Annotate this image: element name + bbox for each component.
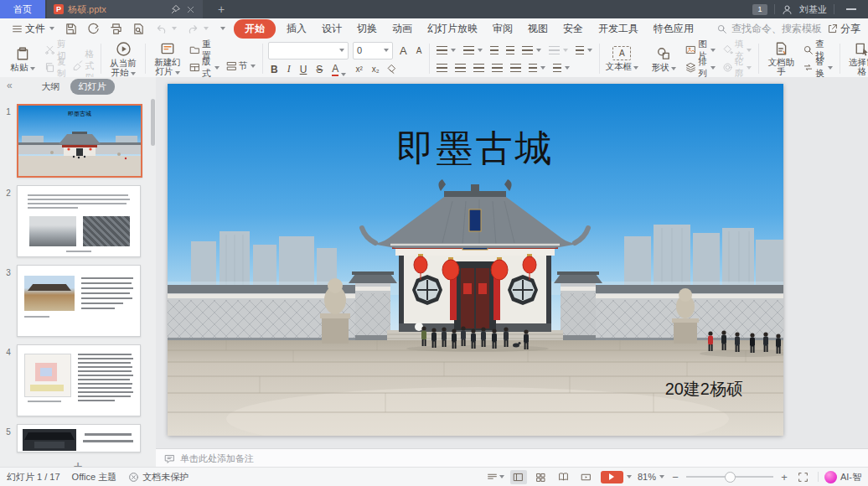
protection-status[interactable]: 文档未保护 — [128, 471, 189, 483]
print-preview-button[interactable] — [127, 23, 150, 35]
underline-button[interactable]: U — [297, 64, 310, 75]
tab-security[interactable]: 安全 — [555, 19, 591, 39]
play-from-current-button[interactable]: 从当前开始 — [106, 41, 140, 76]
reset-button[interactable]: 重置 — [188, 43, 221, 57]
superscript-button[interactable]: x² — [353, 65, 364, 74]
shapes-button[interactable]: 形状 — [647, 41, 680, 76]
replace-button[interactable]: 替换 — [801, 60, 834, 75]
new-tab-button[interactable]: + — [213, 3, 230, 16]
zoom-slider-knob[interactable] — [725, 472, 736, 483]
tab-animation[interactable]: 动画 — [385, 19, 420, 39]
numbered-list-button[interactable] — [462, 43, 484, 57]
increase-indent-button[interactable] — [504, 43, 516, 57]
print-button[interactable] — [105, 23, 127, 35]
tab-home-ribbon[interactable]: 开始 — [234, 19, 276, 39]
format-painter-button[interactable]: 格式刷 — [71, 59, 96, 73]
outline-tab[interactable]: 大纲 — [42, 80, 60, 93]
align-center-button[interactable] — [453, 60, 468, 75]
tab-design[interactable]: 设计 — [314, 19, 349, 39]
close-tab-icon[interactable] — [185, 4, 196, 15]
align-left-button[interactable] — [435, 60, 449, 75]
font-size-combo[interactable]: 0 — [353, 42, 393, 59]
font-color-button[interactable]: A — [329, 63, 349, 76]
slideshow-play-button[interactable] — [601, 471, 632, 483]
tab-review[interactable]: 审阅 — [485, 19, 520, 39]
slide-thumbnail-1[interactable]: 即墨古城 — [17, 104, 142, 178]
normal-view-button[interactable] — [510, 470, 527, 484]
distribute-button[interactable] — [509, 60, 523, 75]
tab-insert[interactable]: 插入 — [279, 19, 314, 39]
notes-bar[interactable]: 单击此处添加备注 — [156, 448, 868, 468]
presenter-view-button[interactable] — [578, 470, 595, 484]
increase-font-button[interactable]: A — [397, 44, 410, 57]
line-spacing-button[interactable] — [520, 43, 543, 57]
font-family-combo[interactable] — [268, 42, 349, 59]
undo-button[interactable] — [150, 23, 182, 35]
cut-button[interactable]: 剪切 — [43, 43, 68, 57]
slide-author-text[interactable]: 20建2杨硕 — [665, 378, 743, 401]
document-tab[interactable]: P 杨硕.pptx — [47, 0, 203, 18]
reading-view-button[interactable] — [555, 470, 572, 484]
paste-button[interactable]: 粘贴 — [6, 41, 39, 76]
slide-thumbnail-5[interactable] — [17, 424, 141, 452]
slide-title[interactable]: 即墨古城 — [168, 124, 783, 173]
slide-thumbnail-2[interactable] — [17, 185, 141, 257]
bullet-list-button[interactable] — [435, 43, 457, 57]
slides-tab[interactable]: 幻灯片 — [70, 79, 115, 95]
align-right-button[interactable] — [472, 60, 486, 75]
bold-button[interactable]: B — [268, 64, 281, 75]
decrease-indent-button[interactable] — [488, 43, 500, 57]
share-button[interactable]: 分享 — [822, 22, 865, 36]
panel-scrollbar[interactable] — [151, 99, 155, 146]
textbox-button[interactable]: A 文本框 — [605, 41, 638, 76]
tab-slideshow[interactable]: 幻灯片放映 — [420, 19, 485, 39]
theme-name[interactable]: Office 主题 — [72, 471, 117, 483]
fill-button[interactable]: 填充 — [721, 43, 754, 57]
para-spacing-button[interactable] — [527, 60, 547, 75]
slide-canvas[interactable]: 即墨古城 20建2杨硕 — [168, 84, 783, 436]
section-button[interactable]: 节 — [225, 59, 258, 73]
ai-assistant-button[interactable]: AI-智 — [824, 471, 861, 483]
notification-badge[interactable]: 1 — [752, 4, 767, 15]
export-pdf-button[interactable] — [82, 23, 105, 35]
redo-button[interactable] — [182, 23, 214, 35]
layout-button[interactable]: 版式 — [188, 60, 221, 75]
strikethrough-button[interactable]: S — [313, 64, 325, 75]
selection-pane-button[interactable]: 选择窗格 — [845, 41, 868, 76]
fit-slide-button[interactable] — [795, 470, 812, 484]
save-button[interactable] — [59, 23, 82, 35]
copy-button[interactable]: 复制 — [43, 60, 68, 75]
subscript-button[interactable]: x₂ — [369, 65, 382, 74]
slide-thumbnail-4[interactable] — [17, 344, 141, 416]
new-slide-button[interactable]: 新建幻灯片 — [151, 41, 184, 76]
zoom-in-button[interactable]: + — [779, 471, 789, 483]
zoom-out-button[interactable]: − — [670, 471, 680, 483]
zoom-level-button[interactable]: 81% — [638, 472, 664, 482]
italic-button[interactable]: I — [285, 63, 293, 75]
tab-transition[interactable]: 切换 — [349, 19, 385, 39]
para-more-button[interactable] — [551, 60, 571, 75]
slide-thumbnail-3[interactable] — [17, 265, 141, 337]
tab-devtools[interactable]: 开发工具 — [591, 19, 646, 39]
command-search[interactable]: 查找命令、搜索模板 — [716, 22, 822, 36]
minimize-button[interactable] — [846, 8, 856, 10]
collapse-panel-button[interactable]: « — [7, 80, 13, 91]
home-tab[interactable]: 首页 — [0, 0, 45, 18]
text-direction-button[interactable] — [547, 43, 570, 57]
slide-sorter-button[interactable] — [533, 470, 550, 484]
columns-button[interactable] — [574, 43, 594, 57]
zoom-slider[interactable] — [686, 476, 773, 478]
outline-button[interactable]: 轮廓 — [721, 60, 754, 75]
username[interactable]: 刘基业 — [799, 3, 827, 16]
clear-format-icon[interactable] — [386, 64, 397, 75]
notes-toggle-button[interactable] — [487, 472, 504, 483]
picture-button[interactable]: 图片 — [684, 43, 717, 57]
tab-view[interactable]: 视图 — [520, 19, 555, 39]
quickbar-customize-button[interactable] — [214, 27, 230, 30]
tab-special-apps[interactable]: 特色应用 — [646, 19, 701, 39]
find-button[interactable]: 查找 — [801, 43, 834, 57]
file-menu[interactable]: 文件 — [7, 22, 59, 36]
decrease-font-button[interactable]: A — [414, 46, 425, 55]
arrange-button[interactable]: 排列 — [684, 60, 717, 75]
pin-icon[interactable] — [170, 4, 181, 15]
